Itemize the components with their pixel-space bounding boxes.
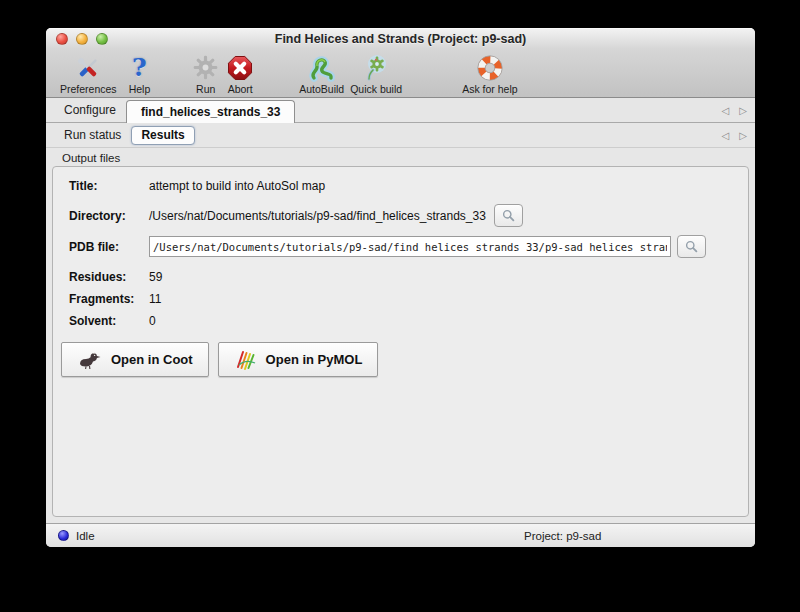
window-title: Find Helices and Strands (Project: p9-sa…	[46, 32, 755, 46]
toolbar-label: Abort	[228, 83, 253, 95]
fragments-value: 11	[149, 292, 161, 306]
quick-build-icon	[361, 52, 391, 83]
autobuild-icon	[307, 52, 337, 83]
directory-value: /Users/nat/Documents/tutorials/p9-sad/fi…	[149, 209, 486, 223]
magnifier-icon	[684, 239, 699, 254]
residues-value: 59	[149, 270, 162, 284]
field-row-fragments: Fragments: 11	[69, 292, 732, 306]
pdb-file-browse-button[interactable]	[677, 235, 706, 258]
main-tab-bar: Configure find_helices_strands_33 ◁ ▷	[46, 98, 755, 123]
run-gear-icon	[192, 52, 219, 83]
toolbar-ask-for-help-button[interactable]: Ask for help	[462, 51, 517, 95]
toolbar-help-button[interactable]: ? Help	[129, 51, 151, 95]
tab-scroll-arrows: ◁ ▷	[722, 123, 747, 147]
tab-scroll-right-icon[interactable]: ▷	[739, 105, 747, 116]
tab-run-status[interactable]: Run status	[46, 128, 131, 142]
abort-icon	[227, 52, 253, 83]
help-icon: ?	[132, 55, 147, 80]
open-in-coot-label: Open in Coot	[111, 352, 193, 367]
title-bar: Find Helices and Strands (Project: p9-sa…	[46, 28, 755, 49]
toolbar-quick-build-button[interactable]: Quick build	[350, 51, 402, 95]
sub-tab-bar: Run status Results ◁ ▷	[46, 123, 755, 148]
toolbar-label: Preferences	[60, 83, 117, 95]
fragments-label: Fragments:	[69, 292, 149, 306]
action-buttons-row: Open in Coot Open in PyMOL	[61, 342, 748, 377]
field-row-solvent: Solvent: 0	[69, 314, 732, 328]
status-idle-dot-icon	[58, 530, 69, 541]
solvent-label: Solvent:	[69, 314, 149, 328]
toolbar-abort-button[interactable]: Abort	[227, 51, 253, 95]
toolbar-label: Help	[129, 83, 151, 95]
toolbar-preferences-button[interactable]: Preferences	[60, 51, 117, 95]
toolbar-label: Quick build	[350, 83, 402, 95]
directory-browse-button[interactable]	[494, 204, 523, 227]
status-text: Idle	[76, 530, 95, 542]
status-bar: Idle Project: p9-sad	[46, 523, 755, 547]
app-window: Find Helices and Strands (Project: p9-sa…	[46, 28, 755, 547]
toolbar-label: AutoBuild	[299, 83, 344, 95]
tab-find-helices-strands-33[interactable]: find_helices_strands_33	[126, 100, 295, 123]
toolbar-label: Ask for help	[462, 83, 517, 95]
coot-bird-icon	[77, 350, 103, 370]
tab-scroll-left-icon[interactable]: ◁	[722, 130, 730, 141]
title-value: attempt to build into AutoSol map	[149, 179, 325, 193]
open-in-pymol-button[interactable]: Open in PyMOL	[218, 342, 379, 377]
tools-icon	[74, 52, 102, 83]
residues-label: Residues:	[69, 270, 149, 284]
field-row-residues: Residues: 59	[69, 270, 732, 284]
open-in-coot-button[interactable]: Open in Coot	[61, 342, 209, 377]
output-files-groupbox: Title: attempt to build into AutoSol map…	[52, 166, 749, 517]
pymol-ribbon-icon	[234, 349, 258, 371]
field-row-directory: Directory: /Users/nat/Documents/tutorial…	[69, 204, 732, 227]
magnifier-icon	[501, 208, 516, 223]
field-row-pdb-file: PDB file:	[69, 235, 732, 258]
pdb-file-input[interactable]	[149, 236, 671, 257]
results-panel: Output files Title: attempt to build int…	[46, 148, 755, 523]
tab-configure[interactable]: Configure	[46, 103, 126, 122]
toolbar-autobuild-button[interactable]: AutoBuild	[299, 51, 344, 95]
field-row-title: Title: attempt to build into AutoSol map	[69, 179, 732, 193]
lifering-icon	[475, 52, 505, 83]
output-files-section-label: Output files	[62, 152, 749, 164]
solvent-value: 0	[149, 314, 156, 328]
tab-scroll-left-icon[interactable]: ◁	[722, 105, 730, 116]
toolbar-run-button[interactable]: Run	[192, 51, 219, 95]
directory-label: Directory:	[69, 209, 149, 223]
toolbar-label: Run	[196, 83, 215, 95]
pdb-file-label: PDB file:	[69, 240, 149, 254]
tab-scroll-right-icon[interactable]: ▷	[739, 130, 747, 141]
tab-scroll-arrows: ◁ ▷	[722, 98, 747, 122]
open-in-pymol-label: Open in PyMOL	[266, 352, 363, 367]
title-label: Title:	[69, 179, 149, 193]
toolbar: Preferences ? Help	[46, 49, 755, 98]
project-label: Project: p9-sad	[524, 530, 601, 542]
tab-results[interactable]: Results	[131, 126, 194, 145]
